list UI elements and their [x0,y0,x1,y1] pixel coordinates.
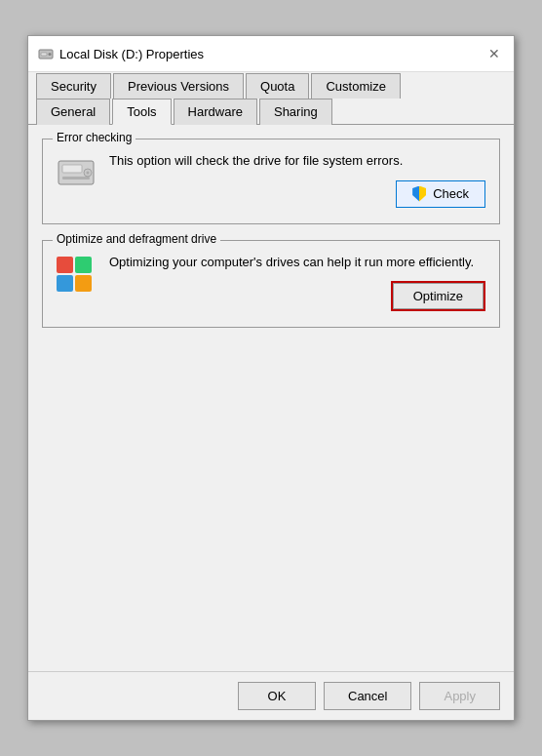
tab-row-top: Security Previous Versions Quota Customi… [28,72,514,98]
optimize-action: Optimize [109,281,485,311]
optimize-description: Optimizing your computer's drives can he… [109,253,485,272]
cancel-button[interactable]: Cancel [324,682,411,710]
disk-icon [38,46,54,61]
error-checking-title: Error checking [53,131,136,144]
svg-rect-5 [62,177,90,179]
tab-previous-versions[interactable]: Previous Versions [113,73,244,99]
tab-hardware[interactable]: Hardware [174,99,257,125]
tab-customize[interactable]: Customize [311,73,400,99]
properties-window: Local Disk (D:) Properties ✕ Security Pr… [27,35,515,721]
defrag-icon-green [75,257,92,273]
defrag-icon-yellow [75,275,92,292]
title-bar-left: Local Disk (D:) Properties [38,46,204,61]
tab-content: Error checking This option will check th… [28,125,514,671]
tab-general[interactable]: General [36,99,110,125]
svg-point-7 [87,172,90,175]
title-bar: Local Disk (D:) Properties ✕ [28,36,514,72]
error-checking-action: Check [109,180,485,208]
optimize-title: Optimize and defragment drive [53,232,220,246]
optimize-button-highlight: Optimize [391,281,485,311]
apply-button[interactable]: Apply [419,682,500,710]
check-button[interactable]: Check [396,180,485,208]
tab-quota[interactable]: Quota [246,73,309,99]
window-title: Local Disk (D:) Properties [59,47,204,61]
svg-rect-4 [62,165,82,173]
defrag-icon-red [57,257,73,273]
footer: OK Cancel Apply [28,671,514,720]
hdd-drive-icon [57,155,96,194]
tab-sharing[interactable]: Sharing [259,99,332,125]
shield-icon [412,186,426,202]
error-checking-description: This option will check the drive for fil… [109,151,485,171]
optimize-button[interactable]: Optimize [393,283,484,309]
tab-tools[interactable]: Tools [112,99,171,125]
svg-point-2 [49,53,52,56]
optimize-section: Optimize and defragment drive Optimizing… [42,240,500,329]
ok-button[interactable]: OK [238,682,316,710]
tab-security[interactable]: Security [36,73,111,99]
defrag-icon-blue [57,275,73,292]
tab-row-bottom: General Tools Hardware Sharing [28,98,514,125]
error-checking-body: This option will check the drive for fil… [57,151,485,208]
tabs-container: Security Previous Versions Quota Customi… [28,72,514,125]
error-checking-section: Error checking This option will check th… [42,139,500,224]
svg-rect-1 [41,53,47,56]
close-button[interactable]: ✕ [484,44,504,63]
defrag-icon [57,257,96,296]
optimize-body: Optimizing your computer's drives can he… [57,253,485,312]
